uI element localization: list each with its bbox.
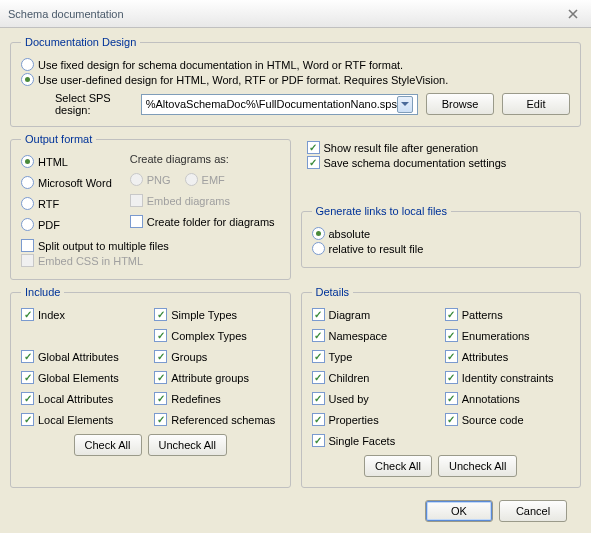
relative-row[interactable]: relative to result file [312, 242, 571, 255]
attribute-groups-check[interactable] [154, 371, 167, 384]
attribute-groups-row[interactable]: Attribute groups [154, 371, 279, 384]
enumerations-row[interactable]: Enumerations [445, 329, 570, 342]
global-elements-check[interactable] [21, 371, 34, 384]
global-attributes-check[interactable] [21, 350, 34, 363]
user-design-row[interactable]: Use user-defined design for HTML, Word, … [21, 73, 570, 86]
save-settings-row[interactable]: Save schema documentation settings [307, 156, 576, 169]
html-radio[interactable] [21, 155, 34, 168]
user-design-label: Use user-defined design for HTML, Word, … [38, 74, 448, 86]
properties-check[interactable] [312, 413, 325, 426]
referenced-schemas-check[interactable] [154, 413, 167, 426]
index-check[interactable] [21, 308, 34, 321]
rtf-radio[interactable] [21, 197, 34, 210]
usedby-check[interactable] [312, 392, 325, 405]
global-attributes-row[interactable]: Global Attributes [21, 350, 146, 363]
absolute-radio[interactable] [312, 227, 325, 240]
split-output-row[interactable]: Split output to multiple files [21, 239, 280, 252]
annotations-row[interactable]: Annotations [445, 392, 570, 405]
relative-radio[interactable] [312, 242, 325, 255]
include-uncheck-all-button[interactable]: Uncheck All [148, 434, 227, 456]
simple-types-row[interactable]: Simple Types [154, 308, 279, 321]
source-code-row[interactable]: Source code [445, 413, 570, 426]
fixed-design-row[interactable]: Use fixed design for schema documentatio… [21, 58, 570, 71]
diagram-row[interactable]: Diagram [312, 308, 437, 321]
identity-constraints-check[interactable] [445, 371, 458, 384]
single-facets-row[interactable]: Single Facets [312, 434, 437, 447]
split-output-check[interactable] [21, 239, 34, 252]
global-elements-row[interactable]: Global Elements [21, 371, 146, 384]
create-diagrams-label: Create diagrams as: [130, 153, 275, 165]
identity-constraints-row[interactable]: Identity constraints [445, 371, 570, 384]
pdf-radio[interactable] [21, 218, 34, 231]
namespace-check[interactable] [312, 329, 325, 342]
include-group: Include Index Simple Types Complex Types… [10, 286, 291, 488]
save-settings-check[interactable] [307, 156, 320, 169]
window-title: Schema documentation [8, 8, 124, 20]
create-folder-check[interactable] [130, 215, 143, 228]
attributes-check[interactable] [445, 350, 458, 363]
children-check[interactable] [312, 371, 325, 384]
word-radio[interactable] [21, 176, 34, 189]
local-elements-check[interactable] [21, 413, 34, 426]
rtf-row[interactable]: RTF [21, 197, 112, 210]
absolute-row[interactable]: absolute [312, 227, 571, 240]
simple-types-check[interactable] [154, 308, 167, 321]
details-check-all-button[interactable]: Check All [364, 455, 432, 477]
png-radio [130, 173, 143, 186]
annotations-check[interactable] [445, 392, 458, 405]
include-check-all-button[interactable]: Check All [74, 434, 142, 456]
complex-types-row[interactable]: Complex Types [154, 329, 279, 342]
browse-button[interactable]: Browse [426, 93, 494, 115]
cancel-button[interactable]: Cancel [499, 500, 567, 522]
source-code-check[interactable] [445, 413, 458, 426]
sps-design-combo[interactable]: %AltovaSchemaDoc%\FullDocumentationNano.… [141, 94, 418, 115]
details-group: Details Diagram Patterns Namespace Enume… [301, 286, 582, 488]
patterns-row[interactable]: Patterns [445, 308, 570, 321]
chevron-down-icon[interactable] [397, 96, 413, 113]
local-attributes-check[interactable] [21, 392, 34, 405]
html-row[interactable]: HTML [21, 155, 112, 168]
show-result-check[interactable] [307, 141, 320, 154]
redefines-row[interactable]: Redefines [154, 392, 279, 405]
groups-row[interactable]: Groups [154, 350, 279, 363]
local-elements-row[interactable]: Local Elements [21, 413, 146, 426]
ok-button[interactable]: OK [425, 500, 493, 522]
embed-diagrams-check [130, 194, 143, 207]
referenced-schemas-row[interactable]: Referenced schemas [154, 413, 279, 426]
redefines-check[interactable] [154, 392, 167, 405]
documentation-design-group: Documentation Design Use fixed design fo… [10, 36, 581, 127]
user-design-radio[interactable] [21, 73, 34, 86]
edit-button[interactable]: Edit [502, 93, 570, 115]
children-row[interactable]: Children [312, 371, 437, 384]
local-attributes-row[interactable]: Local Attributes [21, 392, 146, 405]
patterns-check[interactable] [445, 308, 458, 321]
single-facets-check[interactable] [312, 434, 325, 447]
generate-links-legend: Generate links to local files [312, 205, 451, 217]
type-row[interactable]: Type [312, 350, 437, 363]
close-icon[interactable] [563, 4, 583, 24]
usedby-row[interactable]: Used by [312, 392, 437, 405]
png-row: PNG EMF [130, 173, 275, 186]
title-bar: Schema documentation [0, 0, 591, 28]
output-format-legend: Output format [21, 133, 96, 145]
show-result-row[interactable]: Show result file after generation [307, 141, 576, 154]
details-uncheck-all-button[interactable]: Uncheck All [438, 455, 517, 477]
fixed-design-radio[interactable] [21, 58, 34, 71]
enumerations-check[interactable] [445, 329, 458, 342]
index-row[interactable]: Index [21, 308, 146, 321]
sps-design-value: %AltovaSchemaDoc%\FullDocumentationNano.… [146, 98, 397, 110]
create-folder-row[interactable]: Create folder for diagrams [130, 215, 275, 228]
dialog-body: Documentation Design Use fixed design fo… [0, 28, 591, 530]
groups-check[interactable] [154, 350, 167, 363]
namespace-row[interactable]: Namespace [312, 329, 437, 342]
properties-row[interactable]: Properties [312, 413, 437, 426]
documentation-design-legend: Documentation Design [21, 36, 140, 48]
attributes-row[interactable]: Attributes [445, 350, 570, 363]
complex-types-check[interactable] [154, 329, 167, 342]
generate-links-group: Generate links to local files absolute r… [301, 205, 582, 268]
word-row[interactable]: Microsoft Word [21, 176, 112, 189]
diagram-check[interactable] [312, 308, 325, 321]
pdf-row[interactable]: PDF [21, 218, 112, 231]
include-legend: Include [21, 286, 64, 298]
type-check[interactable] [312, 350, 325, 363]
